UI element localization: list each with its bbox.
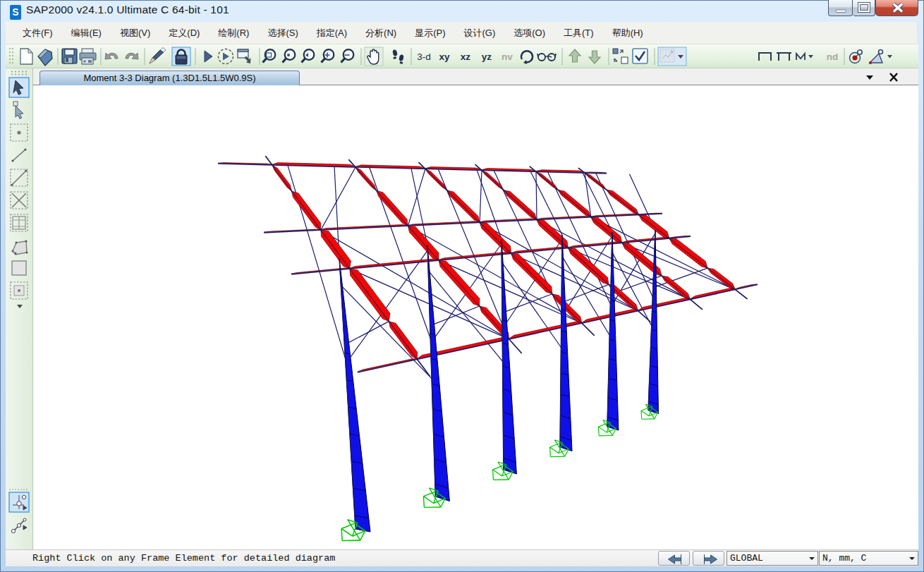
- svg-text:nd: nd: [827, 51, 839, 62]
- svg-text:xz: xz: [461, 51, 471, 62]
- svg-text:3-d: 3-d: [417, 51, 431, 62]
- svg-text:yz: yz: [482, 51, 492, 62]
- svg-text:nv: nv: [501, 51, 513, 62]
- svg-text:xy: xy: [439, 51, 450, 62]
